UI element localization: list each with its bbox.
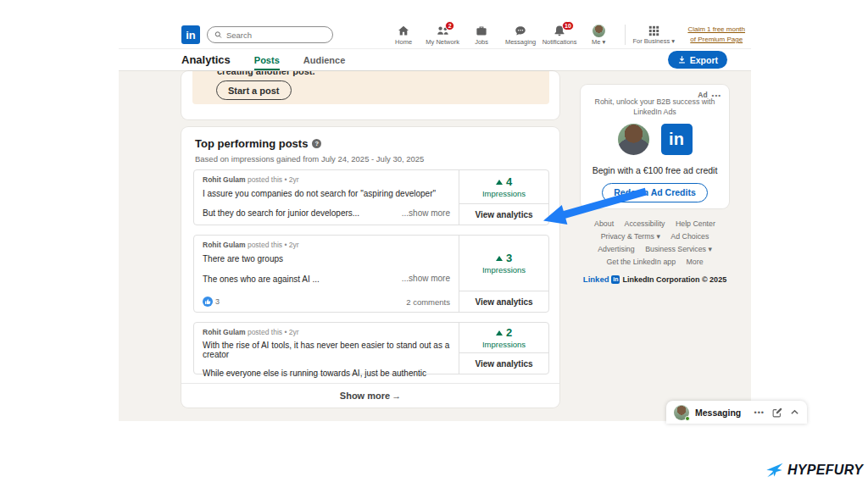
nav-label: My Network [426,38,459,46]
grid-icon [648,25,659,36]
impressions-count: 2 [506,326,512,339]
nav-label: Me ▾ [592,38,605,46]
post-meta: Rohit Gulam posted this • 2yr [203,175,450,184]
messaging-title: Messaging [695,408,741,418]
nav-label: Home [395,38,412,46]
impressions-count: 4 [506,175,512,188]
reaction-count[interactable]: 3 [215,297,220,306]
start-post-button[interactable]: Start a post [216,80,292,100]
ad-title: Rohit, unlock your B2B success with Link… [581,85,729,118]
premium-line2: of Premium Page [682,35,751,45]
nav-me[interactable]: Me ▾ [579,25,618,46]
post-stats: 3 Impressions View analytics [459,236,548,312]
messaging-dock[interactable]: Messaging ••• [666,401,807,424]
post-rows: Rohit Gulam posted this • 2yr I assure y… [193,169,549,384]
footer-link-ad-choices[interactable]: Ad Choices [670,232,709,241]
chevron-up-icon[interactable] [790,408,799,417]
impressions-block: 4 Impressions [459,170,548,203]
compose-icon[interactable] [772,408,782,418]
home-icon [397,25,410,37]
post-meta: Rohit Gulam posted this • 2yr [203,328,450,336]
messaging-icon [514,25,527,37]
export-label: Export [690,55,718,65]
top-posts-subtitle: Based on impressions gained from July 24… [195,154,546,164]
post-text-line: With the rise of AI tools, it has never … [203,341,450,359]
ad-menu-icon[interactable]: ••• [712,92,721,99]
nav-my-network[interactable]: 2 My Network [423,25,462,46]
linkedin-wordmark: Linked [583,274,609,284]
view-analytics-button[interactable]: View analytics [459,203,548,225]
top-navbar: in Home 2 My Network Jobs [119,21,751,48]
post-row: Rohit Gulam posted this • 2yr With the r… [193,322,549,374]
nav-label: Messaging [505,38,536,46]
ad-label: Ad [698,91,707,99]
help-icon[interactable]: ? [312,139,321,148]
nav-home[interactable]: Home [384,25,423,46]
impressions-label: Impressions [482,189,526,198]
tab-posts[interactable]: Posts [254,49,280,70]
top-posts-title: Top performing posts [195,137,308,150]
post-content: Rohit Gulam posted this • 2yr With the r… [194,323,459,374]
show-more-link[interactable]: ...show more [402,208,450,218]
show-more-footer[interactable]: Show more → [181,383,559,408]
linkedin-logo[interactable]: in [181,25,200,44]
linkedin-screenshot: in Home 2 My Network Jobs [119,21,751,421]
nav-items: Home 2 My Network Jobs Messaging 10 [384,25,618,46]
nav-notifications[interactable]: 10 Notifications [540,25,579,46]
create-post-banner: creating another post. Start a post [192,71,549,104]
nav-messaging[interactable]: Messaging [501,25,540,46]
comments-count[interactable]: 2 comments [406,297,450,307]
post-text-line: There are two groups [203,254,450,263]
tab-audience[interactable]: Audience [303,49,346,70]
export-button[interactable]: Export [668,51,727,69]
post-stats: 4 Impressions View analytics [459,170,548,225]
footer-copyright: Linked in LinkedIn Corporation © 2025 [576,274,733,284]
notifications-badge: 10 [562,21,574,30]
nav-for-business[interactable]: For Business ▾ [631,25,676,45]
footer-link-advertising[interactable]: Advertising [598,245,635,253]
nav-label: Jobs [475,38,488,46]
show-more-link[interactable]: ...show more [402,274,450,283]
footer-link-get-app[interactable]: Get the LinkedIn app [606,258,676,266]
post-text-line: I assure you companies do not search for… [203,189,450,198]
network-badge: 2 [445,21,454,30]
footer-link-help-center[interactable]: Help Center [676,219,715,228]
increase-arrow-icon [496,256,503,261]
messaging-avatar [674,405,689,420]
jobs-icon [475,25,488,37]
impressions-label: Impressions [482,340,526,349]
post-author[interactable]: Rohit Gulam [203,241,246,249]
page-title: Analytics [181,53,231,66]
post-stats: 2 Impressions View analytics [459,323,548,374]
post-content: Rohit Gulam posted this • 2yr I assure y… [194,170,459,225]
page-canvas: in Home 2 My Network Jobs [0,0,868,488]
footer-link-business-services[interactable]: Business Services ▾ [645,245,712,253]
banner-cut-text: creating another post. [217,71,315,76]
online-dot [685,416,690,421]
footer-link-more[interactable]: More [687,258,704,266]
post-meta: Rohit Gulam posted this • 2yr [203,241,450,249]
hypefury-watermark: HYPEFURY [765,462,863,479]
view-analytics-button[interactable]: View analytics [459,352,548,374]
premium-upsell-link[interactable]: Claim 1 free month of Premium Page [682,25,751,44]
messaging-overflow-icon[interactable]: ••• [754,408,765,417]
search-box[interactable] [207,26,333,43]
ad-user-avatar [618,124,649,155]
post-content: Rohit Gulam posted this • 2yr There are … [194,236,459,312]
search-input[interactable] [226,30,326,40]
post-row: Rohit Gulam posted this • 2yr There are … [193,235,549,313]
top-posts-header: Top performing posts ? Based on impressi… [195,137,546,164]
impressions-block: 3 Impressions [459,236,548,291]
view-analytics-button[interactable]: View analytics [459,291,548,312]
linkedin-square-logo: in [661,124,693,155]
post-author[interactable]: Rohit Gulam [203,328,246,336]
show-more-footer-label: Show more [340,391,390,401]
for-business-label: For Business ▾ [632,37,675,45]
nav-divider [625,25,626,45]
annotation-arrow-icon [538,183,648,234]
nav-jobs[interactable]: Jobs [462,25,501,46]
search-icon [214,30,222,39]
ad-header: Ad ••• [698,91,721,99]
impressions-label: Impressions [482,265,526,274]
post-author[interactable]: Rohit Gulam [203,175,246,184]
